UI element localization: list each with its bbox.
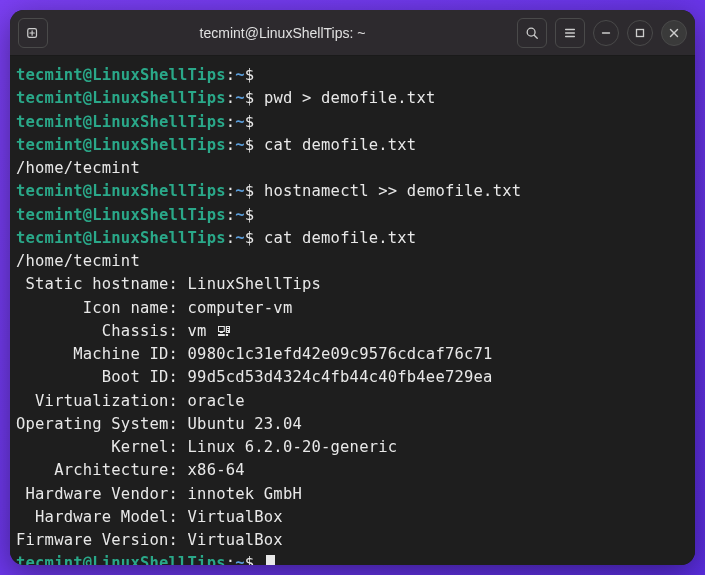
terminal-line: tecmint@LinuxShellTips:~$ cat demofile.t…	[16, 227, 691, 250]
terminal-line: Firmware Version: VirtualBox	[16, 529, 691, 552]
prompt-symbol: $	[245, 136, 264, 154]
titlebar-right	[517, 18, 687, 48]
output-value: 0980c1c31efd42e09c9576cdcaf76c71	[178, 345, 493, 363]
prompt-sep: :	[226, 554, 236, 565]
terminal-line: tecmint@LinuxShellTips:~$ pwd > demofile…	[16, 87, 691, 110]
maximize-icon	[633, 26, 647, 40]
terminal-line: /home/tecmint	[16, 250, 691, 273]
prompt-sep: :	[226, 113, 236, 131]
titlebar: tecmint@LinuxShellTips: ~	[10, 10, 695, 56]
output-value: innotek GmbH	[178, 485, 302, 503]
terminal-line: Virtualization: oracle	[16, 390, 691, 413]
svg-line-2	[534, 35, 537, 38]
output-key: Hardware Vendor:	[16, 485, 178, 503]
minimize-button[interactable]	[593, 20, 619, 46]
output-key: Hardware Model:	[16, 508, 178, 526]
prompt-symbol: $	[245, 182, 264, 200]
prompt-user-host: tecmint@LinuxShellTips	[16, 229, 226, 247]
terminal-line: Operating System: Ubuntu 23.04	[16, 413, 691, 436]
search-button[interactable]	[517, 18, 547, 48]
titlebar-left	[18, 18, 48, 48]
terminal-line: tecmint@LinuxShellTips:~$	[16, 552, 691, 565]
prompt-symbol: $	[245, 229, 264, 247]
output-key: Architecture:	[16, 461, 178, 479]
output-key: Virtualization:	[16, 392, 178, 410]
output-key: Chassis:	[16, 322, 178, 340]
terminal-line: Hardware Model: VirtualBox	[16, 506, 691, 529]
prompt-path: ~	[235, 89, 245, 107]
command-text: hostnamectl >> demofile.txt	[264, 182, 521, 200]
new-tab-icon	[26, 26, 40, 40]
output-key: Static hostname:	[16, 275, 178, 293]
output-value: oracle	[178, 392, 245, 410]
prompt-sep: :	[226, 182, 236, 200]
terminal-line: tecmint@LinuxShellTips:~$ cat demofile.t…	[16, 134, 691, 157]
cursor	[266, 555, 275, 565]
prompt-user-host: tecmint@LinuxShellTips	[16, 182, 226, 200]
output-value: 99d5cd53d4324c4fb44c40fb4ee729ea	[178, 368, 493, 386]
prompt-path: ~	[235, 206, 245, 224]
prompt-symbol: $	[245, 206, 264, 224]
terminal-line: tecmint@LinuxShellTips:~$ hostnamectl >>…	[16, 180, 691, 203]
search-icon	[525, 26, 539, 40]
hamburger-icon	[563, 26, 577, 40]
terminal-line: tecmint@LinuxShellTips:~$	[16, 111, 691, 134]
output-value: VirtualBox	[178, 531, 283, 549]
svg-rect-7	[637, 29, 644, 36]
prompt-user-host: tecmint@LinuxShellTips	[16, 206, 226, 224]
terminal-line: Machine ID: 0980c1c31efd42e09c9576cdcaf7…	[16, 343, 691, 366]
close-icon	[667, 26, 681, 40]
terminal-line: Icon name: computer-vm	[16, 297, 691, 320]
terminal-line: Architecture: x86-64	[16, 459, 691, 482]
close-button[interactable]	[661, 20, 687, 46]
terminal-line: Boot ID: 99d5cd53d4324c4fb44c40fb4ee729e…	[16, 366, 691, 389]
terminal-line: Hardware Vendor: innotek GmbH	[16, 483, 691, 506]
output-key: Icon name:	[16, 299, 178, 317]
output-value: computer-vm	[178, 299, 292, 317]
output-value: vm 🖳	[178, 322, 232, 340]
output-value: VirtualBox	[178, 508, 283, 526]
terminal-line: Chassis: vm 🖳	[16, 320, 691, 343]
prompt-path: ~	[235, 66, 245, 84]
output-value: x86-64	[178, 461, 245, 479]
prompt-user-host: tecmint@LinuxShellTips	[16, 113, 226, 131]
prompt-path: ~	[235, 554, 245, 565]
prompt-path: ~	[235, 113, 245, 131]
prompt-sep: :	[226, 206, 236, 224]
prompt-path: ~	[235, 136, 245, 154]
output-value: Linux 6.2.0-20-generic	[178, 438, 397, 456]
terminal-line: /home/tecmint	[16, 157, 691, 180]
prompt-sep: :	[226, 136, 236, 154]
prompt-sep: :	[226, 229, 236, 247]
prompt-user-host: tecmint@LinuxShellTips	[16, 66, 226, 84]
prompt-user-host: tecmint@LinuxShellTips	[16, 554, 226, 565]
prompt-symbol: $	[245, 554, 264, 565]
new-tab-button[interactable]	[18, 18, 48, 48]
terminal-body[interactable]: tecmint@LinuxShellTips:~$ tecmint@LinuxS…	[10, 56, 695, 565]
menu-button[interactable]	[555, 18, 585, 48]
command-text: pwd > demofile.txt	[264, 89, 436, 107]
window-title: tecmint@LinuxShellTips: ~	[48, 25, 517, 41]
maximize-button[interactable]	[627, 20, 653, 46]
output-key: Machine ID:	[16, 345, 178, 363]
terminal-line: tecmint@LinuxShellTips:~$	[16, 204, 691, 227]
prompt-user-host: tecmint@LinuxShellTips	[16, 136, 226, 154]
prompt-symbol: $	[245, 89, 264, 107]
prompt-path: ~	[235, 182, 245, 200]
output-key: Firmware Version:	[16, 531, 178, 549]
prompt-sep: :	[226, 66, 236, 84]
output-text: /home/tecmint	[16, 159, 140, 177]
prompt-path: ~	[235, 229, 245, 247]
prompt-user-host: tecmint@LinuxShellTips	[16, 89, 226, 107]
prompt-sep: :	[226, 89, 236, 107]
output-text: /home/tecmint	[16, 252, 140, 270]
command-text: cat demofile.txt	[264, 229, 417, 247]
output-key: Operating System:	[16, 415, 178, 433]
terminal-window: tecmint@LinuxShellTips: ~	[10, 10, 695, 565]
prompt-symbol: $	[245, 113, 264, 131]
output-value: LinuxShellTips	[178, 275, 321, 293]
command-text: cat demofile.txt	[264, 136, 417, 154]
terminal-line: Static hostname: LinuxShellTips	[16, 273, 691, 296]
terminal-line: Kernel: Linux 6.2.0-20-generic	[16, 436, 691, 459]
output-key: Boot ID:	[16, 368, 178, 386]
